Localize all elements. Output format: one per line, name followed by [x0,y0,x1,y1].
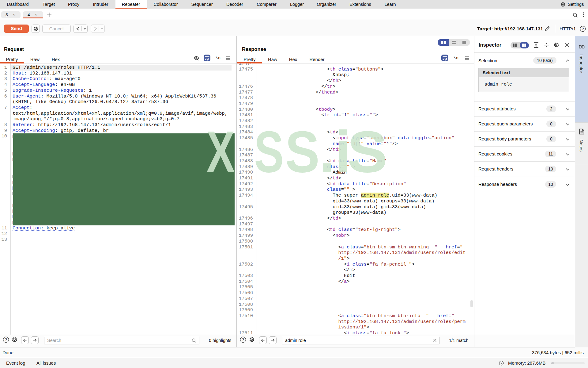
svg-text:?: ? [5,338,7,342]
svg-text:?: ? [242,338,244,342]
svg-text:?: ? [582,27,584,31]
